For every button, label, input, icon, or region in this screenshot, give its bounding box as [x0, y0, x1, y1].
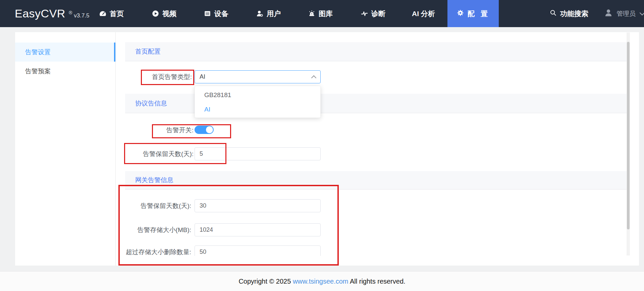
home-alarm-type-label: 首页告警类型:: [111, 70, 192, 83]
home-alarm-type-select[interactable]: AI: [195, 70, 321, 83]
protocol-retention-input[interactable]: [195, 147, 321, 160]
app-logo[interactable]: EasyCVR ® v3.7.5: [15, 0, 90, 27]
chevron-down-icon: [640, 10, 644, 16]
select-value: AI: [200, 73, 205, 80]
dashboard-icon: [99, 10, 107, 17]
nav-item-ai-analysis[interactable]: AI 分析: [412, 0, 435, 27]
nav-item-diagnosis[interactable]: 诊断: [361, 0, 385, 27]
footer-link[interactable]: www.tsingsee.com: [293, 278, 348, 285]
nav-item-label: 配 置: [468, 9, 490, 18]
section-title: 协议告信息: [135, 99, 167, 108]
nav-item-video[interactable]: 视频: [152, 0, 176, 27]
footer-copyright-prefix: Copyright © 2025: [238, 278, 293, 285]
device-icon: [204, 10, 211, 17]
section-title: 网关告警信息: [135, 176, 173, 185]
gateway-storage-input[interactable]: [195, 223, 321, 236]
gateway-delete-input[interactable]: [195, 245, 321, 256]
app-logo-text: EasyCVR: [15, 0, 65, 27]
dropdown-option-ai[interactable]: AI: [195, 102, 320, 117]
nav-item-label: 首页: [110, 9, 124, 18]
section-header-gateway-alarm: 网关告警信息: [125, 171, 628, 190]
top-navbar: EasyCVR ® v3.7.5 首页 视频 设备 用户 图库 诊断: [0, 0, 644, 27]
nav-item-config-active[interactable]: 配 置: [447, 0, 499, 27]
nav-item-device[interactable]: 设备: [204, 0, 228, 27]
gateway-retention-input[interactable]: [195, 199, 321, 212]
gateway-retention-label: 告警保留天数(天):: [110, 199, 191, 212]
app-version: v3.7.5: [74, 12, 89, 19]
nav-item-home[interactable]: 首页: [99, 0, 124, 27]
sidebar-item-label: 告警预案: [25, 67, 51, 76]
nav-item-label: AI 分析: [412, 9, 435, 18]
nav-item-label: 设备: [214, 9, 228, 18]
nav-item-gallery[interactable]: 图库: [308, 0, 333, 27]
sidebar-item-label: 告警设置: [25, 48, 51, 57]
alarm-type-dropdown: GB28181 AI: [195, 86, 321, 118]
easycvr-config-page: EasyCVR ® v3.7.5 首页 视频 设备 用户 图库 诊断: [0, 0, 644, 291]
dropdown-option-gb28181[interactable]: GB28181: [195, 88, 320, 102]
gateway-delete-label: 超过存储大小删除数量:: [110, 245, 191, 259]
section-title: 首页配置: [135, 47, 161, 56]
user-icon: [256, 10, 264, 17]
caret-up-icon: [311, 75, 317, 80]
sidebar-item-alarm-settings[interactable]: 告警设置: [15, 43, 115, 62]
footer: Copyright © 2025 www.tsingsee.com All ri…: [0, 271, 644, 291]
user-menu-label: 管理员: [616, 9, 636, 18]
video-icon: [152, 10, 159, 17]
function-search[interactable]: 功能搜索: [549, 0, 588, 27]
alarm-switch-toggle[interactable]: [195, 126, 214, 134]
search-icon: [549, 9, 557, 18]
nav-item-label: 诊断: [371, 9, 385, 18]
alarm-switch-label: 告警开关:: [112, 124, 194, 137]
scrollbar-track[interactable]: [627, 32, 630, 256]
diagnosis-icon: [361, 10, 368, 17]
nav-item-label: 视频: [162, 9, 176, 18]
nav-item-label: 用户: [267, 9, 281, 18]
clipped-input-region: [195, 245, 322, 256]
footer-copyright-suffix: All rights reserved.: [348, 278, 406, 285]
gateway-storage-label: 告警存储大小(MB):: [110, 223, 191, 236]
avatar-icon: [604, 8, 613, 19]
toggle-knob: [206, 126, 213, 133]
nav-item-user[interactable]: 用户: [256, 0, 281, 27]
gear-icon: [457, 9, 464, 18]
user-menu[interactable]: 管理员: [604, 0, 644, 27]
registered-mark: ®: [69, 10, 72, 15]
sidebar-item-alarm-plan[interactable]: 告警预案: [15, 62, 115, 81]
scrollbar-thumb[interactable]: [627, 42, 630, 229]
section-header-home-config: 首页配置: [125, 42, 628, 61]
protocol-retention-label: 告警保留天数(天):: [112, 147, 194, 160]
settings-panel: 告警设置 告警预案 首页配置 首页告警类型: AI GB28181 AI 协议告…: [15, 32, 639, 266]
nav-item-label: 图库: [319, 9, 333, 18]
function-search-label: 功能搜索: [560, 9, 588, 18]
gallery-icon: [308, 10, 316, 17]
